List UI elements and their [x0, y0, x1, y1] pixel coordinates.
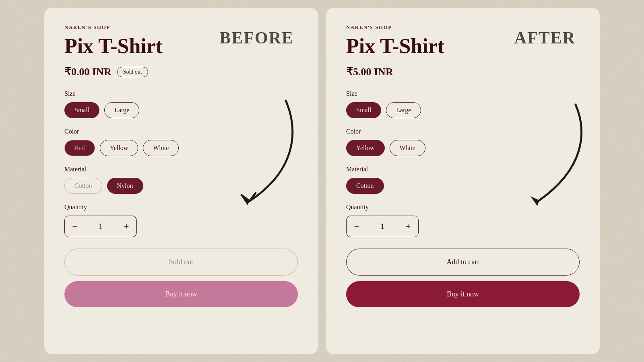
before-color-red[interactable]: Red: [64, 140, 95, 156]
before-size-large[interactable]: Large: [104, 102, 139, 118]
before-price-row: ₹0.00 INR Sold out: [64, 66, 298, 78]
after-material-cotton[interactable]: Cotton: [346, 178, 384, 194]
after-size-small[interactable]: Small: [346, 102, 381, 118]
after-action-buttons: Add to cart Buy it now: [346, 249, 580, 307]
before-sold-out-button: Sold out: [64, 249, 298, 276]
after-quantity-section: Quantity − 1 +: [346, 204, 580, 237]
after-material-label: Material: [346, 166, 580, 173]
before-color-options: Red Yellow White: [64, 140, 298, 156]
before-size-small[interactable]: Small: [64, 102, 99, 118]
after-size-large[interactable]: Large: [386, 102, 421, 118]
after-size-label: Size: [346, 90, 580, 97]
after-qty-value: 1: [367, 222, 398, 231]
before-panel: NAREN'S SHOP Pix T-Shirt ₹0.00 INR Sold …: [44, 8, 318, 354]
before-size-label: Size: [64, 90, 298, 97]
before-color-label: Color: [64, 128, 298, 135]
after-material-options: Cotton: [346, 178, 580, 194]
after-size-options: Small Large: [346, 102, 580, 118]
after-color-options: Yellow White: [346, 140, 580, 156]
before-color-white[interactable]: White: [143, 140, 179, 156]
before-qty-value: 1: [85, 222, 116, 231]
after-add-to-cart-button[interactable]: Add to cart: [346, 249, 580, 276]
after-price-row: ₹5.00 INR: [346, 66, 580, 78]
before-quantity-label: Quantity: [64, 204, 298, 211]
before-material-label: Material: [64, 166, 298, 173]
before-buy-now-button[interactable]: Buy it now: [64, 281, 298, 307]
after-price: ₹5.00 INR: [346, 66, 393, 78]
before-size-options: Small Large: [64, 102, 298, 118]
before-qty-decrease[interactable]: −: [65, 216, 85, 237]
after-buy-now-button[interactable]: Buy it now: [346, 281, 580, 307]
before-qty-increase[interactable]: +: [116, 216, 136, 237]
before-sold-out-badge: Sold out: [117, 67, 148, 77]
before-quantity-control: − 1 +: [64, 216, 137, 237]
after-quantity-label: Quantity: [346, 204, 580, 211]
after-quantity-control: − 1 +: [346, 216, 419, 237]
after-color-label: Color: [346, 128, 580, 135]
before-price: ₹0.00 INR: [64, 66, 111, 78]
after-qty-increase[interactable]: +: [398, 216, 418, 237]
after-color-yellow[interactable]: Yellow: [346, 140, 385, 156]
after-arrow: [487, 101, 592, 221]
after-panel: NAREN'S SHOP Pix T-Shirt ₹5.00 INR Size …: [326, 8, 600, 354]
after-qty-decrease[interactable]: −: [347, 216, 367, 237]
before-material-nylon[interactable]: Nylon: [107, 178, 143, 194]
after-annotation: AFTER: [514, 28, 576, 47]
before-material-cotton[interactable]: Cotton: [64, 178, 102, 194]
before-quantity-section: Quantity − 1 +: [64, 204, 298, 237]
before-color-yellow[interactable]: Yellow: [100, 140, 138, 156]
before-material-options: Cotton Nylon: [64, 178, 298, 194]
before-annotation: BEFORE: [219, 28, 294, 47]
before-action-buttons: Sold out Buy it now: [64, 249, 298, 307]
after-color-white[interactable]: White: [390, 140, 425, 156]
